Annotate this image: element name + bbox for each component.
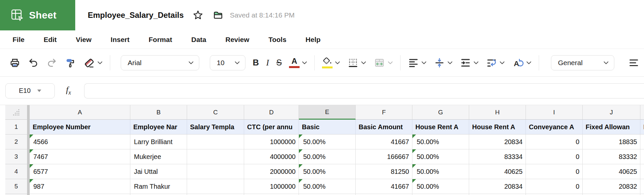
fill-color-button[interactable] — [322, 55, 340, 70]
cell-k2[interactable] — [640, 135, 644, 149]
cell-f2[interactable]: 41667 — [356, 135, 412, 149]
redo-button[interactable] — [46, 55, 57, 70]
cell-i5[interactable]: 0 — [526, 179, 583, 194]
cell-e1[interactable]: Basic — [299, 120, 356, 135]
cell-b4[interactable]: Jai Uttal — [130, 164, 187, 179]
cell-i2[interactable]: 0 — [526, 135, 583, 149]
cell-g4[interactable]: 50.00% — [412, 164, 469, 179]
format-painter-button[interactable] — [65, 55, 76, 70]
column-header-c[interactable]: C — [187, 105, 244, 120]
cell-g1[interactable]: House Rent A — [412, 120, 469, 135]
cell-a1[interactable]: Employee Number — [30, 120, 130, 135]
column-header-i[interactable]: I — [526, 105, 583, 120]
borders-button[interactable] — [347, 55, 366, 70]
menu-item-view[interactable]: View — [76, 36, 91, 44]
column-header-j[interactable]: J — [583, 105, 640, 120]
cell-i1[interactable]: Conveyance A — [526, 120, 583, 135]
select-all-button[interactable] — [5, 105, 27, 120]
cell-k1[interactable]: F — [640, 120, 644, 135]
strikethrough-button[interactable]: S — [276, 55, 282, 70]
bold-button[interactable]: B — [253, 55, 259, 70]
cell-a3[interactable]: 7467 — [30, 149, 130, 164]
cell-e2[interactable]: 50.00% — [299, 135, 356, 149]
italic-button[interactable]: I — [266, 55, 269, 70]
cell-b5[interactable]: Ram Thakur — [130, 179, 187, 194]
horizontal-align-button[interactable] — [408, 55, 427, 70]
cell-k3[interactable] — [640, 149, 644, 164]
vertical-align-button[interactable] — [434, 55, 453, 70]
font-size-select[interactable]: 10 — [210, 55, 245, 70]
row-header-1[interactable]: 1 — [5, 120, 27, 135]
cell-e3[interactable]: 50.00% — [299, 149, 356, 164]
cell-j5[interactable]: 20832 — [583, 179, 640, 194]
column-header-b[interactable]: B — [130, 105, 187, 120]
cell-d4[interactable]: 2000000 — [244, 164, 299, 179]
menu-item-format[interactable]: Format — [149, 36, 172, 44]
conditional-format-button[interactable] — [628, 55, 639, 70]
cell-i3[interactable]: 0 — [526, 149, 583, 164]
column-header-h[interactable]: H — [469, 105, 526, 120]
cell-d1[interactable]: CTC (per annu — [244, 120, 299, 135]
font-color-button[interactable]: A — [289, 55, 307, 70]
number-format-select[interactable]: General — [551, 55, 614, 70]
cell-reference-box[interactable]: E10 — [5, 83, 55, 98]
column-header-e-selected[interactable]: E — [299, 105, 356, 120]
clear-format-button[interactable] — [83, 55, 103, 70]
cell-a5[interactable]: 987 — [30, 179, 130, 194]
cell-c1[interactable]: Salary Templa — [187, 120, 244, 135]
text-rotation-button[interactable]: A — [512, 55, 531, 70]
header-divider[interactable] — [27, 105, 30, 120]
cell-f3[interactable]: 166667 — [356, 149, 412, 164]
menu-item-review[interactable]: Review — [225, 36, 249, 44]
menu-item-insert[interactable]: Insert — [111, 36, 129, 44]
app-logo[interactable]: Sheet — [0, 0, 75, 30]
cell-d5[interactable]: 1000000 — [244, 179, 299, 194]
cell-b2[interactable]: Larry Brilliant — [130, 135, 187, 149]
column-header-g[interactable]: G — [412, 105, 469, 120]
column-header-d[interactable]: D — [244, 105, 299, 120]
cell-h2[interactable]: 20834 — [469, 135, 526, 149]
cell-f1[interactable]: Basic Amount — [356, 120, 412, 135]
indent-button[interactable] — [460, 55, 479, 70]
font-family-select[interactable]: Arial — [121, 55, 199, 70]
cell-j2[interactable]: 18835 — [583, 135, 640, 149]
cell-f5[interactable]: 41667 — [356, 179, 412, 194]
menu-item-help[interactable]: Help — [306, 36, 321, 44]
cell-c4[interactable] — [187, 164, 244, 179]
cell-a4[interactable]: 6577 — [30, 164, 130, 179]
cell-k4[interactable] — [640, 164, 644, 179]
cell-f4[interactable]: 81250 — [356, 164, 412, 179]
row-header-4[interactable]: 4 — [5, 164, 27, 179]
cell-d3[interactable]: 4000000 — [244, 149, 299, 164]
cell-d2[interactable]: 1000000 — [244, 135, 299, 149]
cell-g5[interactable]: 50.00% — [412, 179, 469, 194]
cell-h5[interactable]: 20834 — [469, 179, 526, 194]
cell-j4[interactable]: 40625 — [583, 164, 640, 179]
document-title[interactable]: Employee_Salary_Details — [88, 11, 184, 20]
row-header-5[interactable]: 5 — [5, 179, 27, 194]
cell-b1[interactable]: Employee Nar — [130, 120, 187, 135]
cell-g2[interactable]: 50.00% — [412, 135, 469, 149]
folder-icon[interactable] — [212, 10, 224, 21]
row-header-3[interactable]: 3 — [5, 149, 27, 164]
cell-h4[interactable]: 40625 — [469, 164, 526, 179]
cell-j1[interactable]: Fixed Allowan — [583, 120, 640, 135]
cell-j3[interactable]: 83332 — [583, 149, 640, 164]
formula-input[interactable] — [84, 83, 644, 98]
print-button[interactable] — [9, 55, 20, 70]
name-box-dropdown-icon[interactable] — [37, 90, 41, 92]
cell-h3[interactable]: 83334 — [469, 149, 526, 164]
column-header-a[interactable]: A — [30, 105, 130, 120]
cell-e4[interactable]: 50.00% — [299, 164, 356, 179]
cell-a2[interactable]: 4566 — [30, 135, 130, 149]
row-header-2[interactable]: 2 — [5, 135, 27, 149]
menu-item-file[interactable]: File — [13, 36, 24, 44]
cell-c5[interactable] — [187, 179, 244, 194]
cell-b3[interactable]: Mukerjee — [130, 149, 187, 164]
cell-c2[interactable] — [187, 135, 244, 149]
menu-item-edit[interactable]: Edit — [44, 36, 57, 44]
star-icon[interactable] — [192, 10, 204, 21]
wrap-text-button[interactable] — [486, 55, 505, 70]
cell-h1[interactable]: House Rent A — [469, 120, 526, 135]
menu-item-tools[interactable]: Tools — [269, 36, 286, 44]
